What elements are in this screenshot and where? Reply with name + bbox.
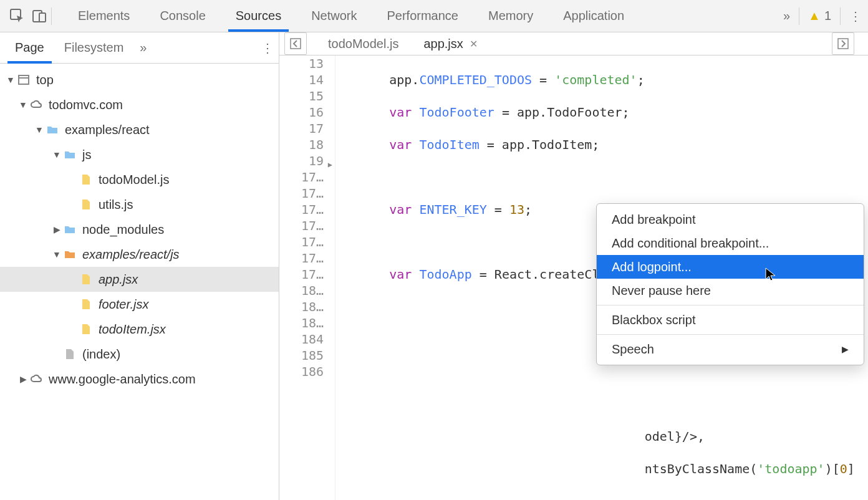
tree-file[interactable]: todoItem.jsx xyxy=(0,317,279,342)
cloud-icon xyxy=(29,372,44,386)
disclosure-triangle-icon[interactable]: ▼ xyxy=(17,100,29,110)
warning-icon: ▲ xyxy=(808,9,821,23)
ctx-add-logpoint[interactable]: Add logpoint... xyxy=(597,255,864,279)
fold-marker-icon[interactable]: ▶ xyxy=(328,156,332,173)
line-number[interactable]: 17… xyxy=(279,234,324,250)
tree-label: todomvc.com xyxy=(49,98,123,112)
editor-tab-label: todoModel.js xyxy=(328,37,398,51)
svg-rect-5 xyxy=(291,39,301,49)
kebab-menu-icon[interactable]: ⋮ xyxy=(849,9,862,24)
separator xyxy=(597,305,864,305)
debugger-toggle-icon[interactable] xyxy=(832,32,854,55)
navigator-sidebar: Page Filesystem » ⋮ ▼ top ▼ todomvc.com … xyxy=(0,32,279,500)
tree-file[interactable]: footer.jsx xyxy=(0,292,279,317)
gutter-context-menu: Add breakpoint Add conditional breakpoin… xyxy=(596,203,864,365)
tab-application[interactable]: Application xyxy=(548,0,639,32)
tab-performance[interactable]: Performance xyxy=(372,0,474,32)
ctx-speech[interactable]: Speech▶ xyxy=(597,337,864,361)
kebab-menu-icon[interactable]: ⋮ xyxy=(261,41,274,55)
tree-domain[interactable]: ▶ www.google-analytics.com xyxy=(0,367,279,392)
tree-file[interactable]: (index) xyxy=(0,342,279,367)
ctx-blackbox-script[interactable]: Blackbox script xyxy=(597,308,864,332)
more-nav-tabs-icon[interactable]: » xyxy=(140,41,147,55)
folder-icon xyxy=(62,223,77,236)
tree-domain[interactable]: ▼ todomvc.com xyxy=(0,92,279,117)
tree-file[interactable]: utils.js xyxy=(0,192,279,217)
nav-tab-filesystem[interactable]: Filesystem xyxy=(54,32,134,63)
toolbar-right: » ▲ 1 ⋮ xyxy=(783,7,862,25)
ctx-add-conditional-breakpoint[interactable]: Add conditional breakpoint... xyxy=(597,231,864,255)
mouse-cursor-icon xyxy=(764,267,777,282)
tree-label: utils.js xyxy=(99,198,133,212)
disclosure-triangle-icon[interactable]: ▼ xyxy=(51,249,62,259)
tab-elements[interactable]: Elements xyxy=(63,0,145,32)
tree-folder[interactable]: ▼ js xyxy=(0,142,279,167)
editor-tab[interactable]: todoModel.js xyxy=(316,32,411,55)
svg-rect-6 xyxy=(838,39,848,49)
editor-tabs: todoModel.js app.jsx ✕ xyxy=(279,32,868,55)
navigator-tabs: Page Filesystem » ⋮ xyxy=(0,32,279,64)
file-icon xyxy=(79,198,94,211)
editor-tab-active[interactable]: app.jsx ✕ xyxy=(411,32,489,55)
disclosure-triangle-icon[interactable]: ▼ xyxy=(5,75,16,85)
separator xyxy=(597,334,864,335)
folder-icon xyxy=(62,248,77,261)
warning-badge[interactable]: ▲ 1 xyxy=(808,9,831,23)
line-number[interactable]: 18… xyxy=(279,299,324,315)
line-number[interactable]: 16 xyxy=(279,104,324,120)
tab-network[interactable]: Network xyxy=(296,0,372,32)
submenu-arrow-icon: ▶ xyxy=(842,344,849,354)
file-icon xyxy=(79,323,94,335)
tree-folder[interactable]: ▼ examples/react/js xyxy=(0,242,279,267)
disclosure-triangle-icon[interactable]: ▶ xyxy=(51,224,62,234)
tree-folder[interactable]: ▼ examples/react xyxy=(0,117,279,142)
separator xyxy=(799,7,799,25)
line-number[interactable]: 184 xyxy=(279,331,324,347)
line-number[interactable]: 18 xyxy=(279,137,324,153)
tree-file-selected[interactable]: app.jsx xyxy=(0,267,279,292)
tree-label: www.google-analytics.com xyxy=(49,372,196,387)
disclosure-triangle-icon[interactable]: ▶ xyxy=(17,374,29,384)
line-number[interactable]: 17 xyxy=(279,120,324,137)
line-number[interactable]: 17… xyxy=(279,218,324,234)
tree-file[interactable]: todoModel.js xyxy=(0,167,279,192)
disclosure-triangle-icon[interactable]: ▼ xyxy=(34,125,45,135)
line-number[interactable]: 18… xyxy=(279,282,324,299)
line-number[interactable]: 18… xyxy=(279,315,324,331)
line-number[interactable]: 17… xyxy=(279,201,324,218)
disclosure-triangle-icon[interactable]: ▼ xyxy=(51,150,62,160)
tab-memory[interactable]: Memory xyxy=(473,0,548,32)
line-number[interactable]: 17… xyxy=(279,185,324,201)
file-icon xyxy=(79,273,94,286)
line-number[interactable]: 19▶ xyxy=(279,153,324,169)
device-toggle-icon[interactable] xyxy=(29,5,51,27)
line-number[interactable]: 186 xyxy=(279,363,324,380)
file-icon xyxy=(79,298,94,310)
tree-label: examples/react/js xyxy=(82,248,180,262)
tab-sources[interactable]: Sources xyxy=(221,0,296,32)
tab-console[interactable]: Console xyxy=(145,0,220,32)
line-number[interactable]: 13 xyxy=(279,55,324,72)
line-number[interactable]: 17… xyxy=(279,250,324,266)
line-number[interactable]: 15 xyxy=(279,88,324,104)
separator xyxy=(51,7,52,25)
close-icon[interactable]: ✕ xyxy=(470,38,478,50)
nav-tab-page[interactable]: Page xyxy=(5,32,54,63)
inspect-element-icon[interactable] xyxy=(6,5,29,27)
ctx-add-breakpoint[interactable]: Add breakpoint xyxy=(597,208,864,231)
tree-folder[interactable]: ▶ node_modules xyxy=(0,217,279,242)
tree-label: (index) xyxy=(82,347,120,362)
tree-label: app.jsx xyxy=(99,272,138,287)
tree-label: todoItem.jsx xyxy=(99,322,166,337)
line-gutter[interactable]: 13 14 15 16 17 18 19▶ 17… 17… 17… 17… 17… xyxy=(279,55,335,500)
file-tree: ▼ top ▼ todomvc.com ▼ examples/react ▼ j… xyxy=(0,64,279,500)
file-icon xyxy=(79,173,94,186)
ctx-never-pause-here[interactable]: Never pause here xyxy=(597,279,864,302)
navigator-toggle-icon[interactable] xyxy=(284,32,307,55)
line-number[interactable]: 17… xyxy=(279,169,324,185)
tree-frame-top[interactable]: ▼ top xyxy=(0,67,279,92)
line-number[interactable]: 17… xyxy=(279,266,324,282)
more-tabs-icon[interactable]: » xyxy=(783,9,790,23)
line-number[interactable]: 185 xyxy=(279,347,324,363)
line-number[interactable]: 14 xyxy=(279,72,324,88)
